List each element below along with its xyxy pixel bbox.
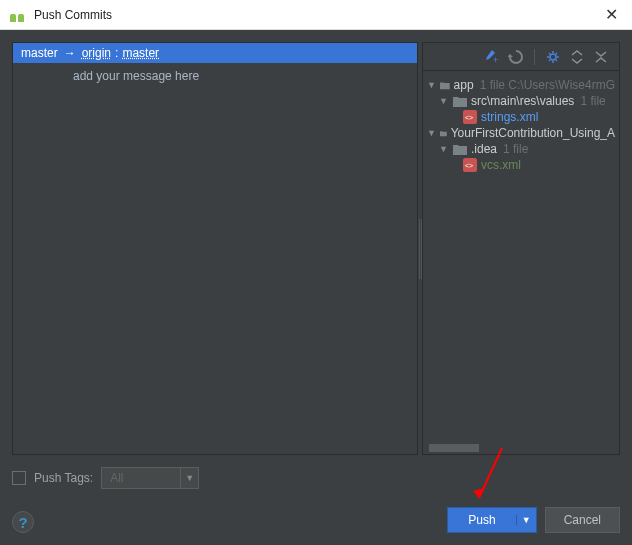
tree-node-project[interactable]: ▼ YourFirstContribution_Using_A [427,125,615,141]
push-tags-label: Push Tags: [34,471,93,485]
push-button[interactable]: Push ▼ [447,507,536,533]
revert-icon[interactable] [508,49,524,65]
remote-name[interactable]: origin [82,46,111,60]
push-button-label: Push [448,513,515,527]
files-toolbar: + [423,43,619,71]
close-icon[interactable]: ✕ [599,5,624,24]
chevron-down-icon[interactable]: ▼ [439,96,449,106]
titlebar: Push Commits ✕ [0,0,632,30]
push-tags-checkbox[interactable] [12,471,26,485]
node-label: YourFirstContribution_Using_A [451,126,615,140]
node-meta: 1 file [580,94,605,108]
arrow-icon: → [64,46,76,60]
combo-value: All [102,471,180,485]
collapse-all-icon[interactable] [593,49,609,65]
horizontal-scrollbar[interactable] [423,444,619,454]
folder-icon [440,80,450,91]
toolbar-separator [534,49,535,65]
file-name: vcs.xml [481,158,521,172]
node-label: .idea [471,142,497,156]
files-panel: + ▼ app 1 file C:\Users\Wise4rmG ▼ src\m… [422,42,620,455]
svg-point-2 [550,54,556,60]
tree-node-src[interactable]: ▼ src\main\res\values 1 file [427,93,615,109]
xml-file-icon: <> [463,110,477,124]
separator: : [115,46,118,60]
tree-leaf-vcs[interactable]: <> vcs.xml [427,157,615,173]
node-label: src\main\res\values [471,94,574,108]
chevron-down-icon[interactable]: ▼ [427,128,436,138]
window-title: Push Commits [34,8,599,22]
svg-text:<>: <> [465,162,473,169]
tags-combo[interactable]: All ▼ [101,467,199,489]
folder-icon [453,144,467,155]
commits-panel: master → origin : master add your messag… [12,42,418,455]
cancel-button[interactable]: Cancel [545,507,620,533]
expand-all-icon[interactable] [569,49,585,65]
chevron-down-icon[interactable]: ▼ [180,468,198,488]
gear-icon[interactable] [545,49,561,65]
xml-file-icon: <> [463,158,477,172]
folder-icon [453,96,467,107]
folder-icon [440,128,447,139]
commit-message[interactable]: add your message here [13,63,417,89]
splitter-handle[interactable] [418,42,422,455]
tree-node-app[interactable]: ▼ app 1 file C:\Users\Wise4rmG [427,77,615,93]
help-button[interactable]: ? [12,511,34,533]
local-branch: master [21,46,58,60]
tree-node-idea[interactable]: ▼ .idea 1 file [427,141,615,157]
edit-source-icon[interactable]: + [484,49,500,65]
file-name: strings.xml [481,110,538,124]
push-tags-row: Push Tags: All ▼ [12,467,620,489]
svg-text:<>: <> [465,114,473,121]
chevron-down-icon[interactable]: ▼ [427,80,436,90]
node-label: app [454,78,474,92]
file-tree[interactable]: ▼ app 1 file C:\Users\Wise4rmG ▼ src\mai… [423,71,619,444]
svg-text:+: + [493,55,498,65]
android-logo-icon [8,8,26,22]
dialog-footer: Push Tags: All ▼ ? Push ▼ Cancel [12,463,620,533]
dialog-content: master → origin : master add your messag… [0,30,632,545]
branch-spec-row[interactable]: master → origin : master [13,43,417,63]
remote-branch[interactable]: master [122,46,159,60]
tree-leaf-strings[interactable]: <> strings.xml [427,109,615,125]
node-meta: 1 file C:\Users\Wise4rmG [480,78,615,92]
node-meta: 1 file [503,142,528,156]
push-dropdown-icon[interactable]: ▼ [516,515,536,525]
chevron-down-icon[interactable]: ▼ [439,144,449,154]
